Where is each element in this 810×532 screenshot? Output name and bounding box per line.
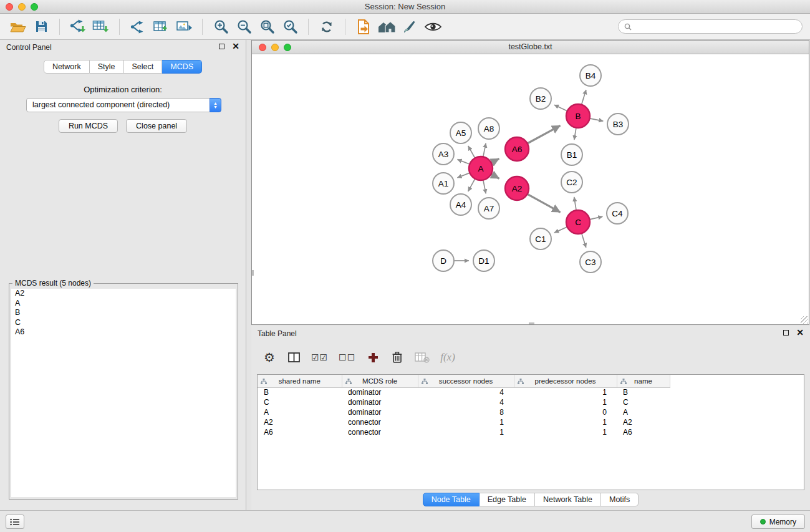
graph-node-C3[interactable]: C3 <box>580 251 601 273</box>
table-cell[interactable]: A <box>258 407 342 417</box>
graph-edge-A-A4[interactable] <box>468 179 475 191</box>
table-cell[interactable]: 1 <box>514 397 617 407</box>
result-item[interactable]: A6 <box>11 327 236 337</box>
graph-edge-B-B2[interactable] <box>554 105 567 111</box>
table-cell[interactable]: 1 <box>514 387 617 397</box>
graph-node-B3[interactable]: B3 <box>607 114 629 135</box>
result-item[interactable]: B <box>11 308 236 318</box>
new-table-button[interactable] <box>150 16 171 37</box>
table-cell[interactable]: A6 <box>617 427 670 437</box>
status-menu-button[interactable] <box>6 515 24 529</box>
minimize-network-window-button[interactable] <box>271 44 279 51</box>
zoom-selected-button[interactable] <box>279 16 301 37</box>
graph-node-C2[interactable]: C2 <box>561 172 582 193</box>
result-item[interactable]: C <box>11 318 236 328</box>
graph-edge-B-B4[interactable] <box>582 90 586 105</box>
graph-node-A7[interactable]: A7 <box>478 198 499 219</box>
table-cell[interactable]: 1 <box>418 417 514 427</box>
network-canvas[interactable]: B4B2BB3A5A8A6A3B1AC2A1A2A4A7C4CC1DD1C3 <box>252 54 809 324</box>
refresh-view-button[interactable] <box>316 16 337 37</box>
zoom-fit-button[interactable] <box>256 16 277 37</box>
network-window-titlebar[interactable]: testGlobe.txt <box>252 41 809 54</box>
open-file-button[interactable] <box>7 16 29 37</box>
table-row[interactable]: Bdominator41B <box>258 387 670 397</box>
graph-edge-A-A3[interactable] <box>458 160 470 165</box>
tab-style[interactable]: Style <box>90 60 124 74</box>
table-cell[interactable]: A2 <box>617 417 670 427</box>
column-header-shared-name[interactable]: shared name <box>258 375 342 387</box>
table-cell[interactable]: connector <box>342 427 418 437</box>
run-mcds-button[interactable]: Run MCDS <box>59 119 118 133</box>
search-input[interactable] <box>635 22 796 31</box>
function-builder-button[interactable]: f(x) <box>440 349 455 365</box>
table-row[interactable]: A2connector11A2 <box>258 417 670 427</box>
graph-node-A4[interactable]: A4 <box>450 194 471 215</box>
table-row[interactable]: A6connector11A6 <box>258 427 670 437</box>
graph-edge-C-C4[interactable] <box>590 216 603 220</box>
table-tab-motifs[interactable]: Motifs <box>601 493 639 506</box>
close-panel-button[interactable]: Close panel <box>126 119 187 133</box>
graph-node-B4[interactable]: B4 <box>580 65 601 86</box>
result-item[interactable]: A <box>11 299 236 309</box>
graph-node-C[interactable]: C <box>566 210 590 234</box>
table-tab-network-table[interactable]: Network Table <box>535 493 601 506</box>
graph-node-A8[interactable]: A8 <box>478 118 499 139</box>
mcds-result-list[interactable]: A2ABCA6 <box>11 289 236 497</box>
graph-node-A1[interactable]: A1 <box>433 173 454 194</box>
delete-table-button[interactable] <box>415 349 430 365</box>
column-header-name[interactable]: name <box>617 375 670 387</box>
export-image-button[interactable] <box>173 16 195 37</box>
table-cell[interactable]: A6 <box>258 427 342 437</box>
graph-node-A2[interactable]: A2 <box>505 177 529 200</box>
graph-node-A6[interactable]: A6 <box>505 137 529 161</box>
graph-node-B2[interactable]: B2 <box>530 88 551 109</box>
table-cell[interactable]: 1 <box>514 427 617 437</box>
close-window-button[interactable] <box>6 3 13 11</box>
column-header-predecessor-nodes[interactable]: predecessor nodes <box>514 375 617 387</box>
graph-edge-C-C3[interactable] <box>582 233 586 248</box>
memory-button[interactable]: Memory <box>751 515 805 529</box>
float-table-panel-icon[interactable] <box>783 330 789 336</box>
title-bar[interactable]: Session: New Session <box>0 0 810 14</box>
save-session-button[interactable] <box>31 16 52 37</box>
table-tab-node-table[interactable]: Node Table <box>423 493 480 506</box>
show-column-button[interactable] <box>287 349 301 365</box>
style-brush-button[interactable] <box>399 16 420 37</box>
close-panel-icon[interactable]: ✕ <box>232 43 239 49</box>
table-cell[interactable]: 4 <box>418 397 514 407</box>
table-cell[interactable]: A2 <box>258 417 342 427</box>
graph-node-D1[interactable]: D1 <box>473 250 494 271</box>
zoom-out-button[interactable] <box>233 16 254 37</box>
table-cell[interactable]: dominator <box>342 397 418 407</box>
graph-edge-A-A7[interactable] <box>483 180 486 194</box>
column-header-MCDS-role[interactable]: MCDS role <box>342 375 418 387</box>
export-document-button[interactable] <box>353 16 374 37</box>
add-row-button[interactable] <box>366 349 380 365</box>
close-table-panel-icon[interactable]: ✕ <box>796 329 804 336</box>
graph-edge-A-A5[interactable] <box>468 146 475 158</box>
table-tab-edge-table[interactable]: Edge Table <box>480 493 535 506</box>
table-cell[interactable]: 1 <box>418 427 514 437</box>
graph-edge-B-B3[interactable] <box>590 118 604 121</box>
graph-node-B1[interactable]: B1 <box>561 144 582 165</box>
table-cell[interactable]: connector <box>342 417 418 427</box>
deselect-all-button[interactable]: ☐☐ <box>339 349 355 365</box>
dropdown-stepper-icon[interactable]: ▲▼ <box>210 98 221 112</box>
select-all-button[interactable]: ☑☑ <box>311 349 328 365</box>
optimization-criterion-select[interactable]: largest connected component (directed) ▲… <box>26 98 221 112</box>
toggle-visibility-button[interactable] <box>422 16 443 37</box>
table-row[interactable]: Adominator80A <box>258 407 670 417</box>
zoom-window-button[interactable] <box>31 3 38 11</box>
graph-edge-A6-B[interactable] <box>528 125 561 143</box>
table-settings-button[interactable]: ⚙ <box>263 349 276 365</box>
graph-edge-A-A2[interactable] <box>491 174 499 178</box>
graph-edge-C-C2[interactable] <box>574 197 576 210</box>
graph-node-A5[interactable]: A5 <box>450 122 471 143</box>
tab-mcds[interactable]: MCDS <box>162 60 202 74</box>
graph-node-C1[interactable]: C1 <box>530 228 551 249</box>
table-cell[interactable]: dominator <box>342 387 418 397</box>
graph-edge-A-A8[interactable] <box>483 143 486 157</box>
graph-node-B[interactable]: B <box>566 104 590 128</box>
graph-node-A3[interactable]: A3 <box>433 143 454 165</box>
delete-rows-button[interactable] <box>390 349 404 365</box>
